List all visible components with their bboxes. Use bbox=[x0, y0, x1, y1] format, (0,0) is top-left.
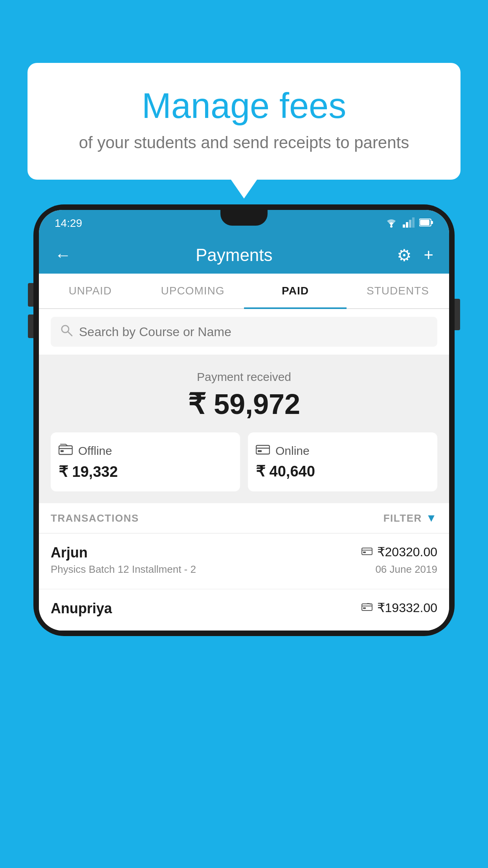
payment-received-section: Payment received ₹ 59,972 bbox=[39, 355, 449, 503]
tab-upcoming[interactable]: UPCOMING bbox=[141, 274, 244, 308]
wifi-icon bbox=[385, 217, 398, 230]
phone-mockup: 14:29 bbox=[33, 204, 455, 636]
svg-rect-16 bbox=[362, 548, 372, 555]
svg-rect-13 bbox=[256, 445, 270, 454]
transaction-amount-wrapper: ₹20320.00 bbox=[361, 544, 437, 559]
transaction-row-bottom: Physics Batch 12 Installment - 2 06 June… bbox=[51, 563, 437, 576]
status-icons bbox=[385, 217, 433, 230]
svg-rect-7 bbox=[431, 221, 433, 224]
volume-up-button bbox=[28, 283, 33, 307]
payment-cards-container: Offline ₹ 19,332 bbox=[51, 432, 437, 491]
bubble-subtitle: of your students and send receipts to pa… bbox=[59, 133, 429, 152]
offline-card-amount: ₹ 19,332 bbox=[59, 463, 232, 480]
volume-down-button bbox=[28, 314, 33, 338]
transaction-amount: ₹20320.00 bbox=[377, 544, 437, 559]
payment-type-icon bbox=[361, 546, 372, 558]
transaction-description: Physics Batch 12 Installment - 2 bbox=[51, 563, 196, 576]
payment-received-amount: ₹ 59,972 bbox=[51, 388, 437, 421]
transaction-name: Arjun bbox=[51, 544, 88, 561]
svg-rect-2 bbox=[406, 222, 408, 228]
svg-line-9 bbox=[68, 332, 72, 336]
online-payment-icon bbox=[256, 443, 270, 458]
filter-icon: ▼ bbox=[426, 512, 437, 524]
tab-students[interactable]: STUDENTS bbox=[347, 274, 449, 308]
transaction-row-top: Arjun ₹20320.00 bbox=[51, 544, 437, 561]
svg-rect-19 bbox=[362, 604, 372, 611]
search-bar-container bbox=[39, 309, 449, 355]
svg-rect-21 bbox=[363, 607, 366, 609]
settings-icon[interactable]: ⚙ bbox=[397, 246, 412, 265]
phone-notch bbox=[220, 210, 268, 226]
tab-paid[interactable]: PAID bbox=[244, 274, 347, 308]
svg-rect-18 bbox=[363, 552, 366, 553]
transactions-header: TRANSACTIONS FILTER ▼ bbox=[39, 503, 449, 533]
transaction-date: 06 June 2019 bbox=[375, 563, 437, 576]
tab-unpaid[interactable]: UNPAID bbox=[39, 274, 141, 308]
online-card-header: Online bbox=[256, 443, 429, 458]
offline-payment-icon bbox=[59, 443, 73, 458]
filter-label: FILTER bbox=[383, 512, 422, 524]
offline-card-type: Offline bbox=[78, 444, 112, 458]
search-input[interactable] bbox=[79, 325, 428, 339]
back-button[interactable]: ← bbox=[55, 246, 71, 265]
transactions-label: TRANSACTIONS bbox=[51, 512, 139, 524]
signal-icon bbox=[403, 217, 415, 229]
payment-type-icon-2 bbox=[361, 601, 372, 614]
search-input-wrapper[interactable] bbox=[51, 317, 437, 347]
tab-bar: UNPAID UPCOMING PAID STUDENTS bbox=[39, 274, 449, 309]
status-bar: 14:29 bbox=[39, 210, 449, 237]
page-title: Payments bbox=[196, 245, 273, 265]
svg-rect-15 bbox=[258, 450, 262, 452]
svg-rect-3 bbox=[409, 220, 411, 228]
status-time: 14:29 bbox=[55, 217, 82, 230]
transaction-name-2: Anupriya bbox=[51, 600, 112, 617]
app-header: ← Payments ⚙ + bbox=[39, 237, 449, 274]
phone-bezel: 14:29 bbox=[33, 204, 455, 636]
transaction-item-arjun[interactable]: Arjun ₹20320.00 Physics Batch 1 bbox=[39, 533, 449, 589]
offline-card-header: Offline bbox=[59, 443, 232, 458]
svg-rect-12 bbox=[61, 450, 64, 452]
header-actions: ⚙ + bbox=[397, 246, 433, 265]
payment-received-label: Payment received bbox=[51, 370, 437, 384]
svg-rect-1 bbox=[403, 224, 405, 228]
online-card-amount: ₹ 40,640 bbox=[256, 463, 429, 480]
online-payment-card: Online ₹ 40,640 bbox=[248, 432, 437, 491]
transaction-row-top-2: Anupriya ₹19332.00 bbox=[51, 600, 437, 617]
speech-bubble-card: Manage fees of your students and send re… bbox=[28, 63, 460, 180]
battery-icon bbox=[419, 218, 433, 228]
svg-rect-6 bbox=[420, 220, 429, 225]
search-icon bbox=[60, 324, 73, 340]
transaction-item-anupriya[interactable]: Anupriya ₹19332.00 bbox=[39, 589, 449, 631]
online-card-type: Online bbox=[275, 444, 310, 458]
transaction-amount-2: ₹19332.00 bbox=[377, 600, 437, 615]
svg-rect-4 bbox=[412, 217, 415, 228]
phone-screen: 14:29 bbox=[39, 210, 449, 631]
offline-payment-card: Offline ₹ 19,332 bbox=[51, 432, 240, 491]
add-icon[interactable]: + bbox=[424, 246, 433, 265]
bubble-title: Manage fees bbox=[59, 86, 429, 125]
svg-point-0 bbox=[390, 225, 393, 228]
power-button bbox=[455, 299, 460, 330]
filter-button[interactable]: FILTER ▼ bbox=[383, 512, 437, 524]
speech-bubble-section: Manage fees of your students and send re… bbox=[28, 63, 460, 180]
transaction-amount-wrapper-2: ₹19332.00 bbox=[361, 600, 437, 615]
